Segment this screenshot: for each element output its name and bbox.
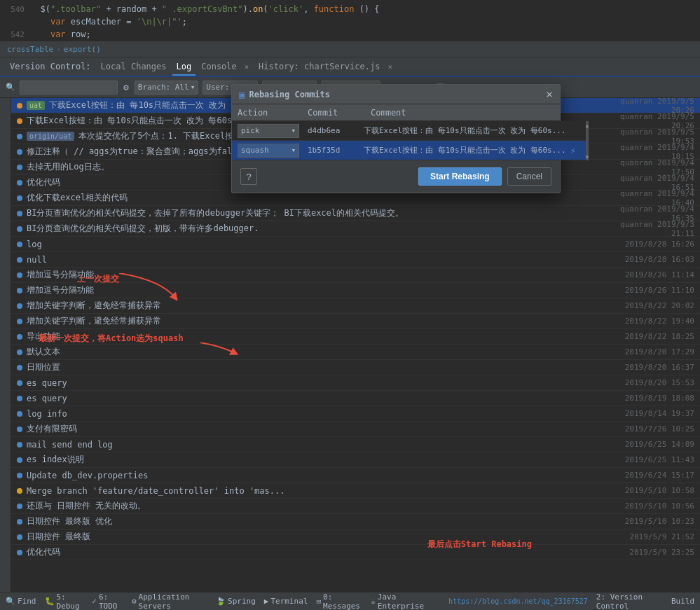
commit-row[interactable]: Update db_dev.properties2019/6/24 15:17: [11, 468, 700, 483]
commit-message: 优化代码: [27, 546, 596, 558]
commit-row[interactable]: null2019/8/28 16:03: [11, 252, 700, 268]
status-terminal[interactable]: ▶ Terminal: [264, 597, 308, 606]
commit-row[interactable]: log info2019/8/14 19:37: [11, 406, 700, 422]
modal-title-bar: ▣ Rebasing Commits ×: [232, 85, 560, 104]
commit-message: es query: [27, 378, 596, 388]
status-messages[interactable]: ✉ 0: Messages: [316, 592, 362, 611]
commit-row[interactable]: es query2019/8/20 15:53: [11, 375, 700, 391]
settings-icon[interactable]: ⚙: [122, 81, 130, 94]
commit-row[interactable]: 日期控件 最终版2019/5/9 21:52: [11, 529, 700, 545]
code-area: 540 $(".toolbar" + random + " .exportCsv…: [0, 0, 700, 42]
commit-message: log: [27, 240, 596, 249]
commit-message: es index说明: [27, 454, 596, 466]
commit-message: 优化下载excel相关的代码: [27, 192, 596, 204]
modal-scrollbar[interactable]: ▲ ▼: [586, 121, 589, 160]
commit-hash-1: d4db6ea: [308, 126, 364, 135]
commit-message: Merge branch 'feature/date_controller' i…: [27, 486, 596, 496]
search-icon: 🔍: [6, 83, 15, 92]
commit-row[interactable]: 增加关键字判断，避免经常捕获异常2019/8/22 20:02: [11, 298, 700, 314]
tab-local-changes[interactable]: Local Changes: [97, 59, 171, 74]
commit-row[interactable]: 导出功能2019/8/22 18:25: [11, 329, 700, 345]
status-find[interactable]: 🔍 Find: [6, 597, 36, 606]
close-console-icon[interactable]: ×: [245, 63, 249, 71]
breadcrumb-item-1[interactable]: crossTable: [7, 45, 53, 54]
commit-row[interactable]: es query2019/8/19 18:08: [11, 391, 700, 406]
terminal-icon: ▶: [264, 597, 269, 606]
commit-row[interactable]: Merge branch 'feature/date_controller' i…: [11, 483, 700, 499]
action-value-2: squash: [241, 146, 269, 155]
commit-author: 2019/8/20 17:29: [596, 347, 694, 356]
commit-author: 2019/5/10 10:56: [596, 501, 694, 511]
commit-row[interactable]: 日期位置2019/8/20 16:37: [11, 360, 700, 375]
commit-graph-dot: [17, 380, 22, 386]
close-history-icon[interactable]: ×: [388, 63, 392, 71]
status-version-control[interactable]: 2: Version Control: [596, 592, 663, 611]
status-debug[interactable]: 🐛 5: Debug: [45, 592, 84, 611]
commit-row[interactable]: 默认文本2019/8/20 17:29: [11, 345, 700, 360]
commit-message: es query: [27, 394, 596, 403]
tab-history[interactable]: History: chartService.js ×: [254, 59, 397, 74]
commit-message: 支付有限密码: [27, 423, 596, 435]
table-row[interactable]: squash ▾ 1b5f35d 下载Excel按钮：由 每10s只能点击一次 …: [232, 141, 586, 160]
scroll-up-icon[interactable]: ▲: [586, 123, 589, 129]
commit-graph-dot: [17, 365, 22, 370]
commit-graph-dot: [17, 534, 22, 540]
todo-icon: ✓: [92, 597, 97, 606]
commit-author: 2019/8/19 18:08: [596, 394, 694, 403]
commit-message: 还原与 日期控件 无关的改动。: [27, 500, 596, 512]
commit-row[interactable]: 增加逗号分隔功能2019/8/26 11:10: [11, 283, 700, 298]
scroll-down-icon[interactable]: ▼: [586, 154, 589, 160]
breadcrumb-separator: ›: [56, 45, 61, 54]
tab-log[interactable]: Log: [172, 59, 196, 76]
branch-chevron-icon: ▾: [191, 83, 195, 92]
commit-row[interactable]: 日期控件 最终版 优化2019/5/10 10:23: [11, 514, 700, 529]
commit-row[interactable]: BI分页查询优化的相关代码提交，初版，带有许多debugger.quanran …: [11, 221, 700, 237]
start-rebasing-button[interactable]: Start Rebasing: [418, 167, 502, 186]
status-debug-label: 5: Debug: [57, 592, 84, 611]
commit-row[interactable]: 增加关键字判断，避免经常捕获异常2019/8/22 19:40: [11, 314, 700, 329]
commit-row[interactable]: es index说明2019/6/25 11:43: [11, 452, 700, 468]
status-app-servers[interactable]: ⚙ Application Servers: [132, 592, 207, 611]
action-dropdown-1[interactable]: pick ▾: [238, 124, 299, 138]
col-comment-header: Comment: [371, 108, 547, 118]
branch-dropdown[interactable]: Branch: All ▾: [135, 81, 198, 95]
tab-console[interactable]: Console ×: [197, 59, 253, 74]
commit-graph-dot: [17, 334, 22, 340]
table-row[interactable]: pick ▾ d4db6ea 下载Excel按钮：由 每10s只能点击一次 改为…: [232, 121, 586, 141]
status-build[interactable]: Build: [671, 597, 694, 606]
commit-message: 增加关键字判断，避免经常捕获异常: [27, 300, 596, 312]
commit-row[interactable]: 增加逗号分隔功能2019/8/26 11:14: [11, 268, 700, 283]
commit-graph-dot: [17, 519, 22, 525]
modal-close-button[interactable]: ×: [546, 89, 553, 100]
commit-graph-dot: [17, 488, 22, 494]
commit-graph-dot: [17, 504, 22, 509]
breadcrumb-item-2[interactable]: export(): [64, 45, 101, 54]
commit-row[interactable]: 优化代码2019/5/9 23:25: [11, 545, 700, 560]
commit-row[interactable]: 还原与 日期控件 无关的改动。2019/5/10 10:56: [11, 499, 700, 514]
commit-message: mail send end log: [27, 440, 596, 450]
status-app-servers-label: Application Servers: [139, 592, 207, 611]
search-input[interactable]: [20, 81, 118, 95]
modal-table-header: Action Commit Comment: [232, 104, 560, 121]
commit-author: 2019/5/10 10:23: [596, 517, 694, 526]
commit-row[interactable]: 支付有限密码2019/7/26 10:25: [11, 422, 700, 437]
cancel-button[interactable]: Cancel: [507, 167, 551, 186]
commit-message: 日期控件 最终版: [27, 531, 596, 543]
code-line-542: 542 var row;: [6, 28, 694, 41]
commit-author: 2019/6/25 11:43: [596, 455, 694, 464]
status-bar: 🔍 Find 🐛 5: Debug ✓ 6: TODO ⚙ Applicatio…: [0, 592, 700, 610]
modal-title-icon: ▣: [239, 89, 245, 100]
commit-author: 2019/7/26 10:25: [596, 424, 694, 434]
action-dropdown-2[interactable]: squash ▾: [238, 144, 299, 158]
help-button[interactable]: ?: [240, 168, 257, 185]
status-java-enterprise[interactable]: ☕ Java Enterprise: [371, 592, 432, 611]
commit-graph-dot: [17, 319, 22, 324]
commit-graph-dot: [17, 226, 22, 232]
commit-row[interactable]: mail send end log2019/6/25 14:09: [11, 437, 700, 452]
commit-graph-dot: [17, 457, 22, 463]
commit-row[interactable]: log2019/8/28 16:26: [11, 237, 700, 252]
status-todo[interactable]: ✓ 6: TODO: [92, 592, 123, 611]
row-selected-indicator: ⚡: [570, 145, 575, 156]
status-spring[interactable]: 🍃 Spring: [216, 597, 256, 606]
find-icon: 🔍: [6, 597, 15, 606]
